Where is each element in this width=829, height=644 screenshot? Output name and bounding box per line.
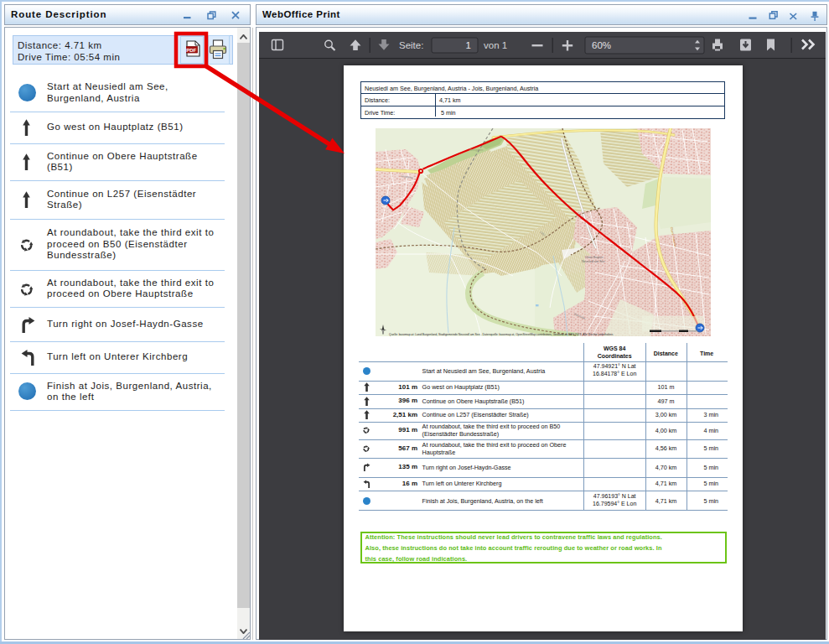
svg-text:PDF: PDF	[186, 48, 196, 53]
svg-text:von 1: von 1	[484, 40, 507, 50]
svg-text:Weingarten: Weingarten	[469, 148, 483, 152]
svg-text:1: 1	[466, 40, 471, 50]
svg-text:Neusiedl am See: Neusiedl am See	[582, 260, 604, 263]
svg-text:Untere Hauptstr.: Untere Hauptstr.	[585, 256, 604, 259]
svg-text:Seite:: Seite:	[399, 40, 423, 50]
svg-text:Quelle: basemap.at: Land Burge: Quelle: basemap.at: Land Burgenland, Sta…	[389, 333, 614, 336]
svg-text:60%: 60%	[592, 40, 611, 50]
